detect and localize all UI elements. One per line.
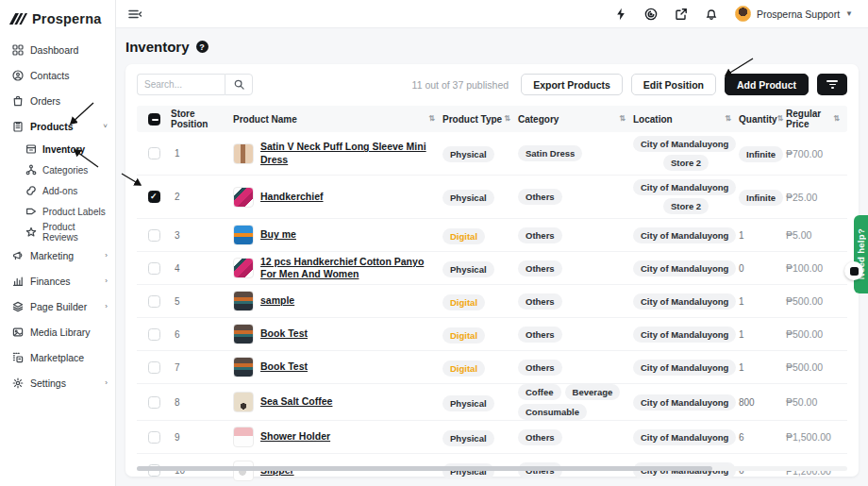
product-name-link[interactable]: Sea Salt Coffee: [260, 395, 332, 408]
quantity-cell: Infinite: [739, 144, 786, 162]
row-checkbox[interactable]: [148, 431, 160, 444]
need-help-tab[interactable]: Need help?: [854, 215, 868, 293]
quantity-cell: 6: [739, 432, 786, 443]
sidebar-collapse-icon[interactable]: [127, 8, 142, 21]
sidebar-item-label: Contacts: [30, 70, 108, 81]
sidebar-item-add-ons[interactable]: Add-ons: [0, 180, 115, 201]
edit-position-button[interactable]: Edit Position: [631, 74, 716, 95]
chevron-right-icon: ›: [105, 302, 108, 310]
store-position-value: 1: [171, 148, 233, 159]
sort-icon[interactable]: ⇅: [428, 115, 435, 123]
product-name-link[interactable]: Satin V Neck Puff Long Sleeve Mini Dress: [260, 141, 437, 165]
finances-icon: [11, 275, 24, 287]
store-position-value: 4: [171, 263, 233, 274]
page-help-icon[interactable]: ?: [196, 41, 209, 53]
row-checkbox[interactable]: [148, 229, 160, 242]
product-name-link[interactable]: Handkerchief: [260, 191, 324, 203]
row-checkbox[interactable]: [148, 295, 160, 308]
brand-logo[interactable]: Prosperna: [0, 0, 115, 28]
category-badge: Others: [518, 227, 562, 243]
sort-icon[interactable]: ⇅: [619, 115, 626, 123]
sort-icon[interactable]: ⇅: [777, 115, 784, 123]
sidebar-item-products[interactable]: Products˅: [0, 113, 115, 139]
account-menu[interactable]: Prosperna Support ▼: [735, 6, 853, 22]
sidebar-item-inventory[interactable]: Inventory: [0, 139, 115, 159]
sidebar-item-finances[interactable]: Finances›: [0, 268, 115, 293]
search-button[interactable]: [225, 74, 253, 95]
location-badge: City of Mandaluyong: [633, 394, 736, 411]
location-badge: Store 2: [663, 155, 709, 171]
notifications-bell-icon[interactable]: [705, 7, 719, 21]
regular-price-value: ₱25.00: [786, 192, 847, 203]
location-cell: City of MandaluyongStore 2: [633, 132, 739, 175]
product-type-badge: Digital: [442, 228, 485, 244]
sidebar-item-media-library[interactable]: Media Library: [0, 319, 115, 344]
category-badge: Others: [518, 260, 562, 277]
location-badge: City of Mandaluyong: [633, 293, 736, 310]
sidebar-item-marketplace[interactable]: Marketplace: [0, 344, 115, 370]
sidebar-item-dashboard[interactable]: Dashboard: [0, 37, 115, 62]
sort-icon[interactable]: ⇅: [833, 115, 840, 123]
quantity-cell: 1: [739, 362, 786, 373]
published-count: 11 out of 37 published: [412, 79, 509, 91]
regular-price-value: ₱500.00: [786, 361, 847, 373]
sidebar-item-settings[interactable]: Settings›: [0, 370, 115, 395]
regular-price-value: ₱700.00: [786, 148, 847, 159]
product-name-link[interactable]: Shower Holder: [260, 430, 330, 443]
row-checkbox[interactable]: [148, 191, 160, 203]
column-location: Location⇅: [633, 114, 739, 125]
store-position-value: 2: [171, 192, 233, 202]
select-all-checkbox[interactable]: [148, 113, 160, 126]
sidebar-item-label: Inventory: [42, 144, 85, 155]
sidebar-item-marketing[interactable]: Marketing›: [0, 243, 115, 268]
category-badge: Satin Dress: [518, 145, 582, 161]
product-name-link[interactable]: Buy me: [260, 228, 296, 241]
row-checkbox[interactable]: [148, 361, 160, 374]
sidebar-item-page-builder[interactable]: Page Builder›: [0, 293, 115, 319]
sidebar-item-label: Marketing: [30, 250, 98, 261]
product-type-badge: Digital: [442, 327, 485, 344]
quantity-cell: 1: [739, 296, 786, 307]
orders-icon: [11, 94, 24, 107]
sidebar-item-label: Product Reviews: [42, 222, 108, 243]
view-store-external-link-icon[interactable]: [675, 7, 689, 21]
search-input[interactable]: [137, 74, 225, 95]
sidebar-item-orders[interactable]: Orders: [0, 88, 115, 113]
sidebar-item-categories[interactable]: Categories: [0, 159, 115, 180]
row-checkbox[interactable]: [148, 147, 160, 159]
quantity-badge: Infinite: [739, 146, 783, 162]
product-type-badge: Digital: [442, 360, 485, 377]
product-thumbnail: [233, 225, 254, 245]
product-name-link[interactable]: Book Test: [260, 360, 308, 373]
updates-icon[interactable]: [644, 7, 659, 21]
scrollbar-thumb[interactable]: [137, 466, 712, 471]
sidebar-item-label: Add-ons: [42, 186, 77, 196]
category-badge: Others: [518, 360, 562, 376]
export-products-button[interactable]: Export Products: [521, 74, 623, 95]
sidebar-item-product-labels[interactable]: Product Labels: [0, 201, 115, 222]
add-product-button[interactable]: Add Product: [725, 74, 809, 95]
product-name-link[interactable]: sample: [260, 294, 294, 307]
product-name-link[interactable]: Book Test: [260, 327, 308, 340]
product-name-link[interactable]: 12 pcs Handkerchief Cotton Panyo For Men…: [260, 256, 437, 280]
chat-widget-button[interactable]: [844, 261, 863, 280]
filter-button[interactable]: [817, 74, 847, 95]
category-cell: Others: [518, 189, 633, 205]
category-badge: Others: [518, 293, 562, 310]
row-checkbox[interactable]: [148, 262, 160, 275]
sidebar-item-contacts[interactable]: Contacts: [0, 62, 115, 88]
row-checkbox[interactable]: [148, 396, 160, 409]
row-checkbox[interactable]: [148, 328, 160, 341]
sort-icon[interactable]: ⇅: [504, 115, 510, 123]
quantity-cell: 0: [739, 263, 786, 274]
sidebar-item-product-reviews[interactable]: Product Reviews: [0, 222, 115, 243]
quick-actions-icon[interactable]: [614, 7, 628, 21]
category-cell: Others: [518, 227, 633, 243]
horizontal-scrollbar[interactable]: [137, 466, 847, 471]
product-thumbnail: [233, 392, 254, 412]
product-type-badge: Physical: [442, 395, 494, 411]
contacts-icon: [11, 69, 24, 81]
store-position-value: 6: [171, 329, 233, 340]
categories-icon: [25, 164, 37, 176]
sort-icon[interactable]: ⇅: [725, 115, 731, 123]
